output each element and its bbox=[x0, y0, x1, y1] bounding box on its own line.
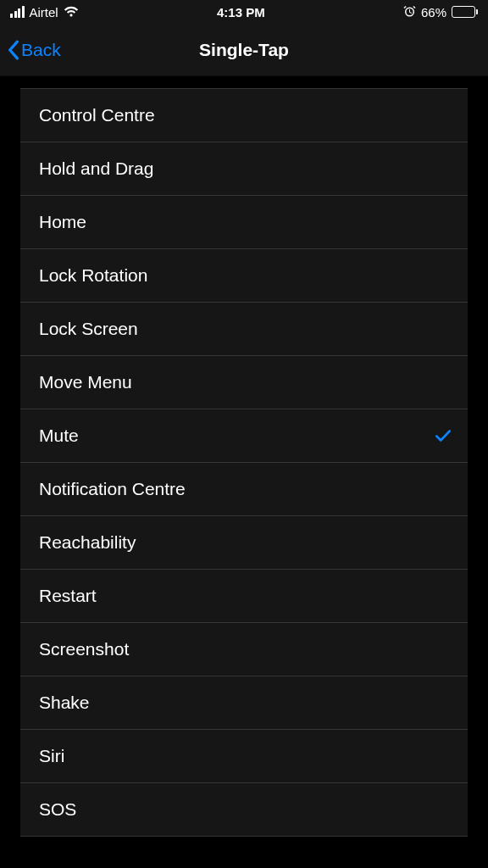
battery-icon bbox=[452, 6, 478, 18]
status-time: 4:13 PM bbox=[217, 5, 265, 19]
battery-percent: 66% bbox=[421, 5, 446, 19]
option-item[interactable]: Mute bbox=[20, 409, 468, 463]
carrier-label: Airtel bbox=[30, 5, 58, 19]
option-item[interactable]: Reachability bbox=[20, 516, 468, 570]
options-list: Control CentreHold and DragHomeLock Rota… bbox=[20, 88, 468, 837]
wifi-icon bbox=[64, 6, 79, 18]
option-item[interactable]: Move Menu bbox=[20, 356, 468, 409]
option-label: Control Centre bbox=[39, 105, 155, 125]
option-label: Siri bbox=[39, 746, 64, 766]
option-label: SOS bbox=[39, 799, 76, 820]
option-label: Screenshot bbox=[39, 639, 129, 659]
status-left: Airtel bbox=[10, 5, 79, 19]
option-label: Home bbox=[39, 212, 86, 232]
chevron-left-icon bbox=[7, 40, 19, 60]
option-item[interactable]: Home bbox=[20, 196, 468, 249]
option-label: Shake bbox=[39, 693, 90, 713]
option-item[interactable]: Siri bbox=[20, 730, 468, 783]
signal-bars-icon bbox=[10, 6, 25, 18]
option-item[interactable]: Restart bbox=[20, 570, 468, 623]
option-label: Lock Screen bbox=[39, 319, 138, 339]
option-item[interactable]: Control Centre bbox=[20, 89, 468, 142]
back-label: Back bbox=[21, 40, 61, 60]
option-label: Move Menu bbox=[39, 372, 132, 392]
option-label: Mute bbox=[39, 426, 79, 446]
option-label: Reachability bbox=[39, 532, 136, 553]
checkmark-icon bbox=[434, 426, 452, 445]
option-item[interactable]: Lock Rotation bbox=[20, 249, 468, 303]
option-label: Hold and Drag bbox=[39, 159, 153, 179]
option-item[interactable]: Screenshot bbox=[20, 623, 468, 676]
option-label: Restart bbox=[39, 586, 97, 606]
back-button[interactable]: Back bbox=[0, 40, 61, 60]
status-bar: Airtel 4:13 PM 66% bbox=[0, 0, 488, 24]
nav-bar: Back Single-Tap bbox=[0, 24, 488, 76]
option-item[interactable]: Hold and Drag bbox=[20, 142, 468, 196]
content: Control CentreHold and DragHomeLock Rota… bbox=[0, 88, 488, 837]
option-item[interactable]: SOS bbox=[20, 783, 468, 837]
option-label: Notification Centre bbox=[39, 479, 186, 499]
option-item[interactable]: Shake bbox=[20, 676, 468, 730]
status-right: 66% bbox=[403, 5, 478, 19]
nav-title: Single-Tap bbox=[199, 40, 289, 60]
alarm-icon bbox=[403, 6, 416, 19]
option-item[interactable]: Notification Centre bbox=[20, 463, 468, 516]
option-item[interactable]: Lock Screen bbox=[20, 303, 468, 356]
option-label: Lock Rotation bbox=[39, 265, 147, 286]
